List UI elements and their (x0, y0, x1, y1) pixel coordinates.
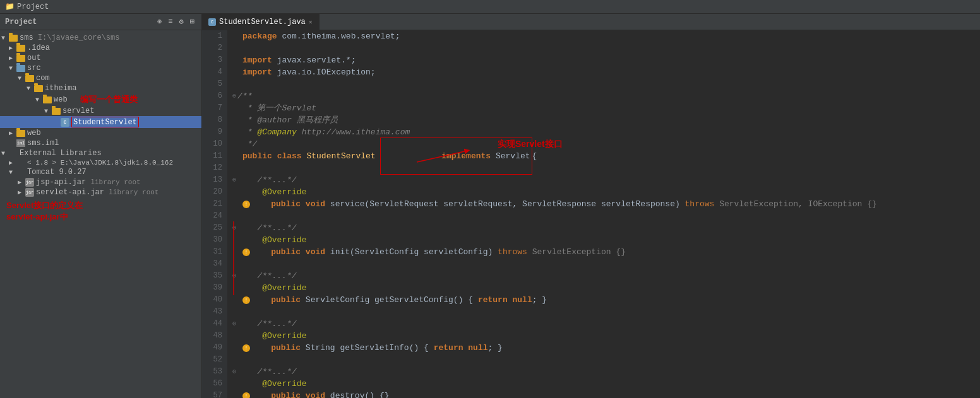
fold-icon-13[interactable]: ⊕ (232, 174, 236, 186)
tree-item-servlet-api[interactable]: ▶ jar servlet-api.jar library root (0, 187, 201, 197)
tree-arrow-idea: ▶ (9, 44, 16, 52)
plain-exc-31: ServletException {} (527, 246, 626, 258)
warn-icon-21[interactable]: ! (242, 201, 250, 208)
code-line-52 (232, 354, 980, 366)
tree-item-out[interactable]: ▶ out (0, 53, 201, 63)
tree-item-jsp-api[interactable]: ▶ jar jsp-api.jar library root (0, 177, 201, 187)
plain-void-21 (301, 198, 306, 210)
jar-icon-jsp-api: jar (25, 178, 34, 187)
tree-label-idea: .idea (27, 44, 50, 52)
tree-label-sms: sms I:\javaee_core\sms (20, 33, 119, 42)
tree-item-sms-iml[interactable]: iml sms.iml (0, 138, 201, 148)
cmt-35: /**...*/ (257, 270, 296, 282)
sidebar-sync-icon[interactable]: ⊕ (155, 16, 164, 27)
cmt-9: * @Company http://www.itheima.com (242, 126, 410, 138)
ln-20: 20 (207, 186, 222, 198)
ln-1: 1 (207, 30, 222, 42)
plain-space-11 (302, 150, 307, 162)
editor-area: C StudentServlet.java ✕ 1 2 3 4 5 6 7 8 … (202, 14, 980, 398)
tree-item-itheima[interactable]: ▼ itheima (0, 83, 201, 93)
plain-destroy-57: destroy() {} (325, 390, 389, 398)
tree-label-studentservlet: StudentServlet (73, 118, 137, 127)
line-numbers: 1 2 3 4 5 6 7 8 9 10 11 12 13 20 21 24 2… (202, 30, 227, 398)
tree-arrow-sms: ▼ (1, 35, 9, 42)
ln-2: 2 (207, 42, 222, 54)
warn-icon-31[interactable]: ! (242, 249, 250, 256)
main-layout: Project ⊕ ≡ ⚙ ⊞ ▼ sms I:\javaee_core\sms… (0, 14, 980, 398)
code-line-6: ⊕ /** (232, 90, 980, 102)
plain-21 (251, 198, 271, 210)
sidebar-menu-icon[interactable]: ≡ (166, 16, 174, 27)
plain-space-40 (508, 294, 513, 306)
code-editor: 1 2 3 4 5 6 7 8 9 10 11 12 13 20 21 24 2… (202, 30, 980, 398)
ln-40: 40 (207, 294, 222, 306)
code-line-56: @Override (232, 378, 980, 390)
plain-void-57 (301, 390, 306, 398)
ln-4: 4 (207, 66, 222, 78)
plain-13 (237, 174, 257, 186)
jar-icon-servlet-api: jar (25, 188, 34, 197)
ln-30: 30 (207, 234, 222, 246)
editor-tab-studentservlet[interactable]: C StudentServlet.java ✕ (202, 14, 320, 30)
sidebar-settings-icon[interactable]: ⚙ (177, 16, 186, 27)
code-line-40: ! public ServletConfig getServletConfig(… (232, 294, 980, 306)
tree-item-web2[interactable]: ▶ web (0, 128, 201, 138)
tree-item-idea[interactable]: ▶ .idea (0, 43, 201, 53)
tree-item-tomcat[interactable]: ▼ Tomcat 9.0.27 (0, 167, 201, 177)
kw-null-40: null (513, 294, 532, 306)
kw-package: package (242, 30, 277, 42)
ln-7: 7 (207, 102, 222, 114)
folder-icon-src (16, 65, 25, 72)
jdk-icon (16, 159, 25, 167)
fold-icon-53[interactable]: ⊕ (232, 366, 236, 378)
ln-34: 34 (207, 258, 222, 270)
tree-item-src[interactable]: ▼ src (0, 63, 201, 73)
plain-53 (237, 366, 257, 378)
ln-10: 10 (207, 138, 222, 150)
sidebar-expand-icon[interactable]: ⊞ (188, 16, 196, 27)
ln-6: 6 (207, 90, 222, 102)
plain-gsi-49: String getServletInfo() { (301, 342, 434, 354)
warn-icon-49[interactable]: ! (242, 344, 250, 352)
folder-icon-servlet-pkg (52, 108, 61, 115)
kw-public-49: public (271, 342, 301, 354)
tree-arrow-jsp-api: ▶ (18, 179, 25, 186)
folder-icon-web2 (16, 130, 25, 137)
kw-public-21: public (271, 198, 301, 210)
ln-56: 56 (207, 378, 222, 390)
code-line-35: ⊕ /**...*/ (232, 270, 980, 282)
code-line-31: ! public void init(ServletConfig servlet… (232, 246, 980, 258)
kw-null-49: null (468, 342, 487, 354)
fold-icon-6[interactable]: ⊕ (232, 90, 236, 102)
tree-item-com[interactable]: ▼ com (0, 73, 201, 83)
tree-item-servlet-pkg[interactable]: ▼ servlet (0, 106, 201, 116)
title-bar-left: 📁 Project (5, 2, 49, 11)
warn-icon-40[interactable]: ! (242, 296, 250, 304)
tree-arrow-com: ▼ (18, 75, 25, 82)
tree-arrow-src: ▼ (9, 65, 16, 72)
warn-icon-57[interactable]: ! (242, 392, 250, 399)
fold-icon-25[interactable]: ⊕ (232, 222, 236, 234)
tree-label-out: out (27, 54, 41, 62)
fold-icon-35[interactable]: ⊕ (232, 270, 236, 282)
tree-label-sms-iml: sms.iml (27, 139, 59, 148)
kw-void-57: void (306, 390, 325, 398)
tree-label-jsp-api: jsp-api.jar library root (36, 178, 141, 187)
tomcat-icon (16, 168, 25, 176)
tree-item-ext-libs[interactable]: ▼ External Libraries (0, 148, 201, 158)
folder-icon-out (16, 55, 25, 62)
kw-import2: import (242, 66, 272, 78)
fold-icon-44[interactable]: ⊕ (232, 318, 236, 330)
code-line-20: @Override (232, 186, 980, 198)
iml-icon: iml (16, 139, 25, 147)
tree-item-web-pkg[interactable]: ▼ web 编写一个普通类 (0, 93, 201, 106)
ln-31: 31 (207, 246, 222, 258)
plain-space-49 (463, 342, 468, 354)
tab-close-studentservlet[interactable]: ✕ (309, 18, 313, 26)
plain-39 (242, 282, 262, 294)
tree-item-studentservlet[interactable]: C StudentServlet (0, 116, 201, 128)
sidebar-header: Project ⊕ ≡ ⚙ ⊞ (0, 14, 201, 30)
tree-item-sms[interactable]: ▼ sms I:\javaee_core\sms (0, 33, 201, 43)
tree-item-jdk[interactable]: ▶ < 1.8 > E:\Java\JDK1.8\jdk1.8.0_162 (0, 158, 201, 167)
plain-servlet: Servlet (491, 151, 530, 161)
